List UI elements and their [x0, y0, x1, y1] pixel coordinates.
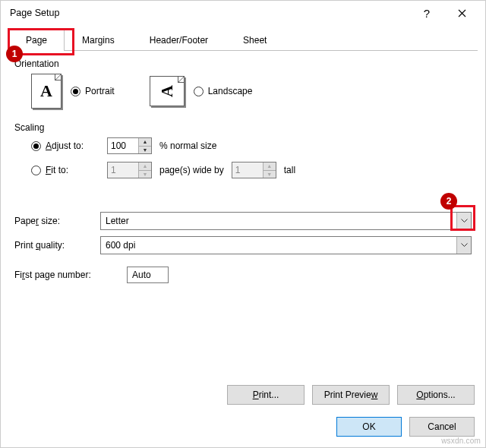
callout-2-badge: 2 [440, 193, 457, 210]
tab-panel: Orientation A Portrait A Landscape [8, 50, 478, 286]
title-bar: Page Setup ? [1, 1, 485, 25]
orientation-group: Orientation A Portrait A Landscape [8, 51, 478, 118]
orientation-label: Orientation [14, 58, 472, 69]
close-button[interactable] [444, 1, 479, 25]
adjust-value-input[interactable] [108, 138, 138, 153]
cancel-button[interactable]: Cancel [409, 417, 475, 437]
window-title: Page Setup [7, 8, 409, 18]
help-icon: ? [424, 7, 430, 20]
tab-margins[interactable]: Margins [65, 29, 132, 51]
radio-icon [31, 141, 41, 151]
adjust-to-radio[interactable]: Adjust to: [31, 140, 99, 151]
fit-suffix: tall [284, 165, 295, 175]
first-page-row: First page number: Auto [8, 263, 478, 286]
paper-size-value[interactable] [101, 213, 456, 229]
portrait-radio[interactable]: Portrait [71, 86, 115, 96]
print-quality-combo[interactable] [100, 236, 472, 254]
watermark: wsxdn.com [441, 437, 481, 445]
print-quality-row: Print quality: [8, 233, 478, 257]
page-setup-dialog: Page Setup ? 1 Page Margins Header/Foote… [0, 0, 486, 448]
callout-2-highlight: 2 [450, 205, 475, 231]
first-page-label: First page number: [14, 270, 121, 280]
radio-icon [71, 87, 80, 96]
print-quality-value[interactable] [101, 237, 456, 254]
spinner-buttons[interactable]: ▲▼ [138, 162, 151, 178]
fit-tall-input[interactable] [232, 162, 263, 178]
radio-icon [31, 166, 41, 175]
action-button-row: Print... Print Preview Options... [227, 385, 475, 405]
paper-size-label: Paper size: [14, 216, 94, 226]
paper-size-row: Paper size: 2 [8, 209, 478, 233]
tab-strip: 1 Page Margins Header/Footer Sheet [1, 28, 485, 50]
tab-page[interactable]: Page [8, 29, 65, 51]
close-icon [458, 9, 466, 17]
spinner-buttons[interactable]: ▲▼ [138, 138, 151, 153]
fit-to-radio[interactable]: Fit to: [31, 165, 99, 175]
spinner-buttons[interactable]: ▲▼ [263, 162, 276, 178]
ok-cancel-row: OK Cancel [336, 417, 475, 437]
chevron-down-icon [461, 243, 468, 248]
print-quality-dropdown-button[interactable] [456, 237, 471, 254]
fit-mid-label: page(s) wide by [159, 165, 224, 175]
landscape-icon[interactable]: A [150, 76, 185, 106]
landscape-radio[interactable]: Landscape [194, 86, 253, 96]
portrait-icon[interactable]: A [31, 74, 62, 109]
adjust-suffix: % normal size [159, 140, 216, 151]
scaling-group: Scaling Adjust to: ▲▼ % normal size Fit … [8, 118, 478, 195]
adjust-spinner[interactable]: ▲▼ [107, 137, 152, 154]
first-page-input[interactable]: Auto [127, 267, 169, 283]
radio-icon [194, 87, 204, 96]
fit-wide-spinner[interactable]: ▲▼ [107, 162, 152, 178]
help-button[interactable]: ? [409, 1, 444, 25]
paper-size-combo[interactable] [100, 212, 472, 230]
options-button[interactable]: Options... [397, 385, 475, 405]
scaling-label: Scaling [14, 122, 472, 133]
print-preview-button[interactable]: Print Preview [312, 385, 390, 405]
fit-tall-spinner[interactable]: ▲▼ [232, 162, 276, 178]
tab-header-footer[interactable]: Header/Footer [132, 29, 226, 51]
tab-sheet[interactable]: Sheet [226, 29, 284, 51]
ok-button[interactable]: OK [336, 417, 402, 437]
print-quality-label: Print quality: [14, 240, 94, 251]
print-button[interactable]: Print... [227, 385, 305, 405]
fit-wide-input[interactable] [108, 162, 138, 178]
